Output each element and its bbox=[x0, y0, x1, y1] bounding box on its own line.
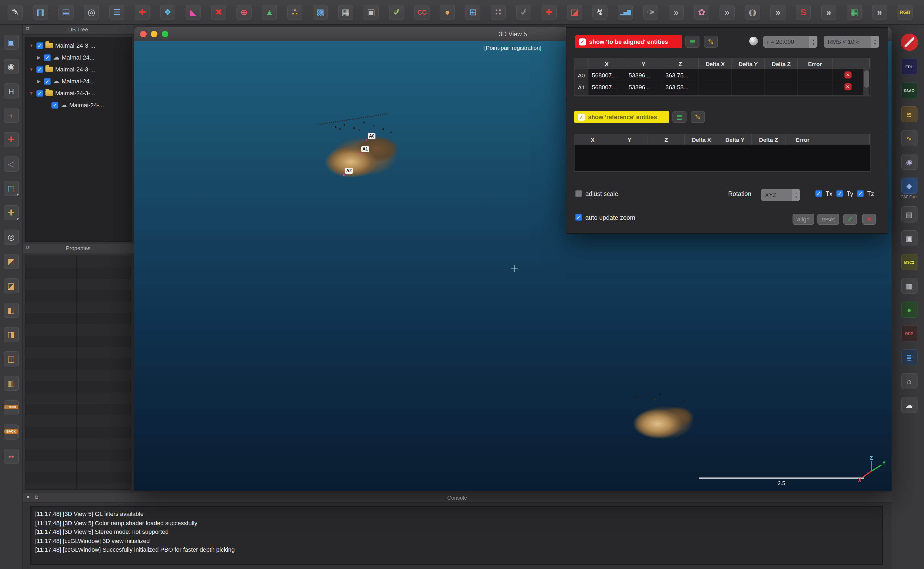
left-toolbar-view-iso1[interactable]: ◫ bbox=[3, 351, 19, 367]
tree-item[interactable]: ☁ Maimai-24-... bbox=[26, 99, 132, 111]
show-reference-entities-toggle[interactable]: show 'reference' entities bbox=[574, 111, 669, 123]
left-toolbar-clipping-box[interactable]: ◳▾ bbox=[3, 181, 19, 196]
toolbar-button-properties-list[interactable]: ☰ bbox=[109, 5, 124, 20]
tree-item[interactable]: ▶ ☁ Maimai-24... bbox=[26, 75, 132, 87]
col-header[interactable]: X bbox=[589, 58, 625, 69]
show-aligned-entities-toggle[interactable]: show 'to be aligned' entities bbox=[575, 35, 682, 48]
toolbar-button-overflow-4[interactable]: » bbox=[821, 5, 836, 20]
toolbar-button-vector-edit[interactable]: ✑ bbox=[643, 5, 658, 20]
plugin-hpr[interactable]: ▦ bbox=[901, 278, 917, 294]
plugin-cloud-layers[interactable]: ☁ bbox=[901, 397, 917, 413]
plugin-report[interactable]: ▤ bbox=[901, 206, 917, 222]
col-header[interactable]: Delta X bbox=[685, 134, 718, 145]
toolbar-button-mesh[interactable]: ● bbox=[440, 5, 455, 20]
left-toolbar-screenshot[interactable]: ▣ bbox=[3, 35, 19, 50]
disclosure-triangle-icon[interactable]: ▶ bbox=[36, 55, 42, 60]
tx-option[interactable]: Tx bbox=[815, 190, 833, 197]
adjust-scale-option[interactable]: adjust scale bbox=[575, 190, 618, 197]
col-header[interactable]: Error bbox=[798, 58, 833, 69]
reference-points-table[interactable]: XYZDelta XDelta YDelta ZError bbox=[574, 134, 871, 172]
toolbar-button-delete[interactable]: ✖ bbox=[211, 5, 226, 20]
col-header[interactable]: Delta Z bbox=[765, 58, 798, 69]
toolbar-button-box-3d[interactable]: ◪ bbox=[567, 5, 582, 20]
aligned-point-row[interactable]: A2 568007... 53396... 363.9... ✕ bbox=[575, 93, 870, 96]
plugin-edl[interactable]: EDL bbox=[901, 58, 917, 75]
left-toolbar-view-back[interactable]: BACK bbox=[3, 424, 19, 440]
picked-point-label-A0[interactable]: A0 bbox=[368, 133, 375, 139]
rms-threshold-field[interactable]: RMS < 10% ▲▼ bbox=[824, 36, 879, 48]
plugin-poisson[interactable]: ● bbox=[901, 301, 917, 318]
left-toolbar-view-right[interactable]: ◨ bbox=[3, 327, 19, 342]
disclosure-triangle-icon[interactable]: ▼ bbox=[29, 43, 34, 48]
dropdown-arrows-icon[interactable]: ▲▼ bbox=[792, 189, 800, 201]
tree-item[interactable]: ▼ Maimai-24-3-... bbox=[26, 63, 132, 75]
visibility-checkbox[interactable] bbox=[36, 90, 43, 97]
left-toolbar-view-bottom[interactable]: ◪ bbox=[3, 278, 19, 294]
left-toolbar-view-top[interactable]: ◩ bbox=[3, 254, 19, 269]
toolbar-button-cc-plugin[interactable]: CC bbox=[414, 5, 429, 20]
scrollbar-track[interactable] bbox=[863, 93, 870, 96]
cancel-button[interactable]: ✕ bbox=[862, 214, 876, 225]
col-header[interactable]: Delta X bbox=[699, 58, 732, 69]
stepper-arrows-icon[interactable]: ▲▼ bbox=[809, 36, 818, 48]
toolbar-button-octree[interactable]: ▩ bbox=[313, 5, 328, 20]
left-toolbar-segment[interactable]: ✚ bbox=[3, 132, 19, 147]
plugin-layers[interactable]: ≣ bbox=[901, 349, 917, 365]
plugin-quads[interactable]: ≋ bbox=[901, 106, 917, 122]
auto-update-zoom-checkbox[interactable] bbox=[575, 214, 582, 221]
toolbar-button-grid[interactable]: ⊞ bbox=[465, 5, 480, 20]
delete-point-button[interactable]: ✕ bbox=[844, 84, 851, 90]
picked-point-label-A1[interactable]: A1 bbox=[361, 146, 369, 152]
ty-checkbox[interactable] bbox=[836, 190, 844, 197]
rotation-dropdown[interactable]: XYZ ▲▼ bbox=[761, 189, 800, 201]
float-panel-icon[interactable]: ⧉ bbox=[26, 26, 29, 32]
toolbar-button-save[interactable]: ▤ bbox=[58, 5, 74, 20]
toolbar-button-lightning[interactable]: ↯ bbox=[592, 5, 607, 20]
reference-checkbox[interactable] bbox=[578, 113, 585, 120]
col-header[interactable]: Delta Y bbox=[718, 134, 752, 145]
tree-item[interactable]: ▶ ☁ Maimai-24... bbox=[26, 52, 132, 63]
aligned-checkbox[interactable] bbox=[579, 38, 586, 45]
pick-aligned-entity-button[interactable]: ≣ bbox=[686, 36, 699, 48]
left-toolbar-stereo[interactable]: ●● bbox=[3, 449, 19, 464]
col-header[interactable]: X bbox=[575, 134, 611, 145]
visibility-checkbox[interactable] bbox=[36, 42, 43, 49]
toolbar-button-subsample[interactable]: ∴ bbox=[287, 5, 302, 20]
col-header[interactable]: Error bbox=[786, 134, 820, 145]
visibility-checkbox[interactable] bbox=[36, 66, 43, 73]
col-header[interactable]: Z bbox=[662, 58, 699, 69]
toolbar-button-edit-disabled[interactable]: ✐ bbox=[516, 5, 531, 20]
left-toolbar-view-iso2[interactable]: ▥ bbox=[3, 376, 19, 391]
col-header[interactable]: Z bbox=[648, 134, 685, 145]
tree-item[interactable]: ▼ Maimai-24-3-... bbox=[26, 40, 132, 52]
toolbar-button-rgb[interactable]: RGB bbox=[898, 5, 913, 20]
toolbar-button-registration[interactable]: ⊕ bbox=[237, 5, 252, 20]
toolbar-button-apply-transformation[interactable]: ✚ bbox=[135, 5, 150, 20]
toolbar-button-overflow-5[interactable]: » bbox=[872, 5, 887, 20]
left-toolbar-render-settings[interactable]: ◉ bbox=[3, 59, 19, 74]
reset-button[interactable]: reset bbox=[818, 214, 839, 225]
stepper-arrows-icon[interactable]: ▲▼ bbox=[871, 36, 879, 48]
left-toolbar-view-left[interactable]: ◧ bbox=[3, 303, 19, 318]
minimize-window-button[interactable] bbox=[151, 31, 158, 37]
sphere-tool-icon[interactable] bbox=[749, 37, 758, 46]
toolbar-button-train[interactable]: ▦ bbox=[847, 5, 862, 20]
close-console-icon[interactable]: ✕ bbox=[26, 494, 30, 500]
plugin-rdp[interactable]: RDP bbox=[901, 326, 917, 342]
left-toolbar-point-list-picking[interactable]: + bbox=[3, 108, 19, 123]
zoom-window-button[interactable] bbox=[162, 31, 168, 37]
tree-item[interactable]: ▼ Maimai-24-3-... bbox=[26, 87, 132, 99]
plugin-csf[interactable]: ◆ CSF Filter bbox=[901, 178, 918, 199]
toolbar-button-image[interactable]: ▣ bbox=[364, 5, 379, 20]
point-cloud-aligned[interactable] bbox=[322, 129, 403, 184]
toolbar-button-sparse-points[interactable]: ∷ bbox=[491, 5, 506, 20]
toolbar-button-new-project[interactable]: ✎ bbox=[8, 5, 23, 20]
left-toolbar-previous[interactable]: ◁ bbox=[3, 157, 19, 172]
toolbar-button-overflow-3[interactable]: » bbox=[770, 5, 786, 20]
disclosure-triangle-icon[interactable]: ▶ bbox=[36, 79, 42, 84]
tx-checkbox[interactable] bbox=[815, 190, 822, 197]
align-button[interactable]: align bbox=[792, 214, 814, 225]
picked-point-label-A2[interactable]: A2 bbox=[345, 168, 353, 174]
float-panel-icon[interactable]: ⧉ bbox=[35, 494, 38, 500]
edit-reference-point-button[interactable]: ✎ bbox=[691, 111, 705, 123]
